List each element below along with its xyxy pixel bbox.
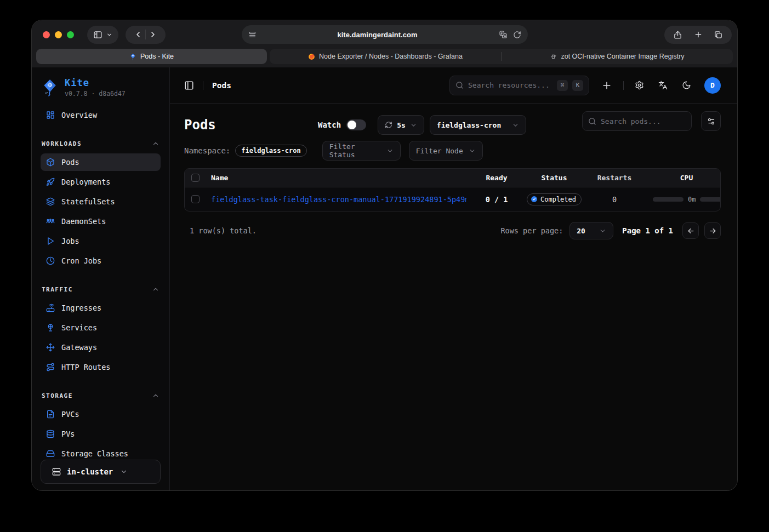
sidebar-item-label: Deployments bbox=[61, 178, 110, 186]
chevron-up-icon bbox=[152, 285, 160, 293]
clock-icon bbox=[46, 256, 55, 265]
column-header-name[interactable]: Name bbox=[204, 174, 466, 182]
create-resource-button[interactable] bbox=[601, 80, 612, 91]
sidebar-item-label: Gateways bbox=[61, 343, 97, 352]
sidebar-item-statefulsets[interactable]: StatefulSets bbox=[41, 193, 161, 210]
refresh-interval-select[interactable]: 5s bbox=[378, 115, 424, 135]
play-icon bbox=[46, 237, 55, 245]
cluster-selector[interactable]: in-cluster bbox=[41, 460, 161, 484]
rocket-icon bbox=[46, 178, 55, 186]
close-window-button[interactable] bbox=[43, 31, 50, 38]
sidebar-item-label: Pods bbox=[61, 158, 79, 167]
kite-logo-icon bbox=[41, 78, 59, 97]
column-header-restarts[interactable]: Restarts bbox=[582, 174, 647, 182]
namespace-badge: fieldglass-cron bbox=[235, 145, 306, 157]
share-button[interactable] bbox=[668, 26, 688, 44]
global-search-input[interactable] bbox=[468, 81, 552, 89]
chevron-down-icon bbox=[599, 227, 606, 234]
sidebar-item-pvcs[interactable]: PVCs bbox=[41, 405, 161, 423]
new-tab-button[interactable] bbox=[688, 26, 708, 44]
tab-zot[interactable]: zot OCI-native Container Image Registry bbox=[502, 49, 733, 64]
column-settings-button[interactable] bbox=[701, 111, 721, 131]
reload-icon[interactable] bbox=[513, 31, 521, 39]
sidebar-item-cronjobs[interactable]: Cron Jobs bbox=[41, 252, 161, 270]
pods-search[interactable] bbox=[582, 111, 692, 131]
back-button[interactable] bbox=[131, 26, 145, 44]
breadcrumb: Pods bbox=[212, 81, 231, 90]
chevron-down-icon bbox=[512, 122, 519, 129]
column-header-cpu[interactable]: CPU bbox=[647, 174, 720, 182]
filter-status-select[interactable]: Filter Status bbox=[322, 141, 401, 161]
pod-restarts: 0 bbox=[582, 195, 647, 204]
traffic-lights bbox=[43, 31, 74, 38]
language-button[interactable] bbox=[658, 81, 668, 90]
tab-grafana[interactable]: Node Exporter / Nodes - Dashboards - Gra… bbox=[270, 49, 501, 64]
namespace-select[interactable]: fieldglass-cron bbox=[430, 115, 526, 135]
global-search[interactable]: ⌘ K bbox=[449, 76, 589, 95]
grafana-favicon bbox=[308, 53, 315, 60]
sidebar-item-pvs[interactable]: PVs bbox=[41, 425, 161, 443]
app-logo[interactable]: Kite v0.7.8 · d8a6d47 bbox=[41, 77, 161, 98]
sidebar-collapse-toggle[interactable] bbox=[184, 81, 194, 90]
zoom-window-button[interactable] bbox=[67, 31, 74, 38]
section-traffic[interactable]: TRAFFIC bbox=[41, 285, 161, 294]
minimize-window-button[interactable] bbox=[55, 31, 62, 38]
sidebar-item-label: HTTP Routes bbox=[61, 363, 110, 371]
search-icon bbox=[455, 81, 464, 89]
tab-overview-button[interactable] bbox=[708, 26, 728, 44]
row-checkbox[interactable] bbox=[191, 195, 200, 203]
sidebar-item-daemonsets[interactable]: DaemonSets bbox=[41, 213, 161, 230]
column-header-ready[interactable]: Ready bbox=[466, 174, 527, 182]
column-header-status[interactable]: Status bbox=[527, 174, 582, 182]
translate-icon[interactable] bbox=[499, 30, 508, 39]
background-tabs: Node Exporter / Nodes - Dashboards - Gra… bbox=[270, 49, 733, 64]
database-icon bbox=[46, 430, 55, 438]
address-bar[interactable]: kite.damingerdaint.com bbox=[242, 25, 528, 44]
previous-page-button[interactable] bbox=[682, 222, 699, 239]
theme-toggle-button[interactable] bbox=[682, 81, 691, 90]
tab-label: Node Exporter / Nodes - Dashboards - Gra… bbox=[319, 53, 463, 60]
chevron-down-icon bbox=[410, 122, 417, 129]
sidebar-item-label: Ingresses bbox=[61, 304, 101, 312]
sidebar-item-label: Jobs bbox=[61, 237, 79, 245]
tab-pods-kite[interactable]: Pods - Kite bbox=[36, 49, 267, 64]
filter-node-select[interactable]: Filter Node bbox=[409, 141, 483, 161]
watch-toggle[interactable] bbox=[346, 119, 366, 130]
rows-per-page-value: 20 bbox=[577, 227, 585, 235]
cluster-name: in-cluster bbox=[67, 467, 113, 476]
reader-icon[interactable] bbox=[248, 31, 257, 39]
chevron-down-icon bbox=[120, 468, 128, 476]
rows-per-page-select[interactable]: 20 bbox=[569, 222, 613, 239]
box-icon bbox=[46, 158, 55, 167]
sidebar-item-services[interactable]: Services bbox=[41, 319, 161, 336]
move-arrows-icon bbox=[46, 343, 55, 352]
sidebar-item-jobs[interactable]: Jobs bbox=[41, 232, 161, 250]
file-icon bbox=[46, 410, 55, 419]
settings-button[interactable] bbox=[635, 81, 644, 90]
sidebar-item-httproutes[interactable]: HTTP Routes bbox=[41, 358, 161, 376]
search-icon bbox=[588, 117, 596, 125]
sidebar-item-label: StatefulSets bbox=[61, 197, 115, 206]
pods-search-input[interactable] bbox=[601, 117, 686, 125]
sidebar-item-overview[interactable]: Overview bbox=[41, 106, 161, 124]
pod-ready: 0 / 1 bbox=[466, 195, 527, 204]
kbd-meta: ⌘ bbox=[557, 80, 568, 91]
sidebar-item-ingresses[interactable]: Ingresses bbox=[41, 299, 161, 317]
namespace-label: Namespace: bbox=[184, 146, 230, 155]
table-row[interactable]: fieldglass-task-fieldglass-cron-manual-1… bbox=[185, 187, 720, 211]
sidebar-item-pods[interactable]: Pods bbox=[41, 153, 161, 171]
router-icon bbox=[46, 304, 55, 312]
section-workloads[interactable]: WORKLOADS bbox=[41, 139, 161, 148]
route-icon bbox=[46, 363, 55, 371]
next-page-button[interactable] bbox=[704, 222, 721, 239]
section-label: TRAFFIC bbox=[42, 286, 73, 293]
section-storage[interactable]: STORAGE bbox=[41, 391, 161, 400]
pod-name-link[interactable]: fieldglass-task-fieldglass-cron-manual-1… bbox=[211, 195, 466, 204]
browser-sidebar-toggle[interactable] bbox=[87, 26, 118, 44]
sidebar-item-deployments[interactable]: Deployments bbox=[41, 173, 161, 191]
sidebar-item-gateways[interactable]: Gateways bbox=[41, 339, 161, 356]
forward-button[interactable] bbox=[146, 26, 160, 44]
main-panel: Pods ⌘ K bbox=[170, 67, 737, 491]
select-all-checkbox[interactable] bbox=[191, 174, 200, 182]
avatar[interactable]: D bbox=[704, 77, 721, 94]
